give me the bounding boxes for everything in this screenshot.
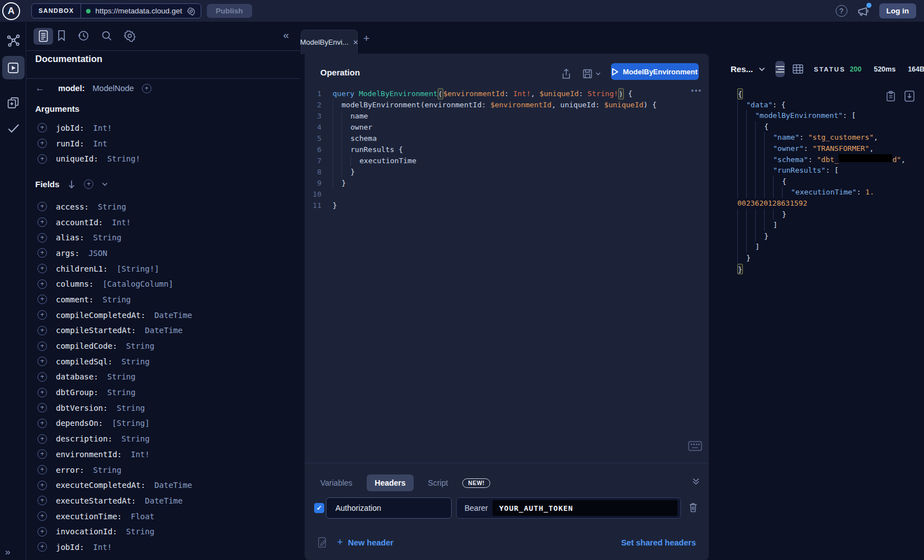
- add-field-icon[interactable]: +: [37, 264, 47, 273]
- add-field-icon[interactable]: +: [37, 403, 47, 412]
- collapse-docs-icon[interactable]: «: [283, 29, 289, 41]
- expand-rail-icon[interactable]: »: [5, 547, 9, 558]
- announcements-megaphone-icon[interactable]: [857, 5, 870, 17]
- field-type[interactable]: DateTime: [145, 496, 182, 505]
- back-arrow-icon[interactable]: ←: [35, 83, 45, 94]
- rail-item-collections[interactable]: [0, 96, 26, 110]
- docs-settings-gear-icon[interactable]: [124, 30, 136, 42]
- add-field-icon[interactable]: +: [37, 496, 47, 505]
- response-dropdown[interactable]: Res...: [731, 64, 753, 74]
- set-shared-headers-link[interactable]: Set shared headers: [621, 538, 696, 547]
- share-operation-icon[interactable]: [562, 69, 571, 79]
- help-icon[interactable]: ?: [836, 5, 847, 17]
- history-icon[interactable]: [77, 30, 89, 42]
- field-name[interactable]: description:: [56, 434, 112, 443]
- field-type[interactable]: String: [107, 372, 136, 381]
- field-name[interactable]: error:: [56, 466, 84, 474]
- field-name[interactable]: args:: [56, 249, 79, 258]
- field-type[interactable]: String: [117, 404, 145, 412]
- add-field-icon[interactable]: +: [37, 202, 47, 211]
- field-type[interactable]: String!: [107, 154, 140, 163]
- rail-item-checks[interactable]: [0, 121, 26, 135]
- field-type[interactable]: String: [121, 434, 150, 443]
- search-icon[interactable]: [101, 30, 113, 42]
- field-name[interactable]: environmentId:: [56, 450, 122, 459]
- field-type[interactable]: Float: [131, 512, 154, 521]
- field-name[interactable]: accountId:: [56, 218, 103, 227]
- add-field-icon[interactable]: +: [37, 388, 47, 397]
- tab-script[interactable]: Script: [428, 478, 448, 487]
- add-field-icon[interactable]: +: [37, 419, 47, 428]
- field-type[interactable]: String: [102, 295, 131, 304]
- add-field-icon[interactable]: +: [37, 248, 47, 258]
- field-name[interactable]: comment:: [56, 295, 93, 304]
- add-field-icon[interactable]: +: [37, 542, 47, 552]
- add-field-icon[interactable]: +: [37, 233, 47, 243]
- tab-variables[interactable]: Variables: [320, 478, 352, 487]
- field-type[interactable]: String: [126, 341, 155, 350]
- field-type[interactable]: DateTime: [154, 311, 192, 320]
- add-field-icon[interactable]: +: [37, 217, 47, 227]
- sort-fields-icon[interactable]: [68, 180, 75, 189]
- field-name[interactable]: childrenL1:: [56, 264, 108, 273]
- field-name[interactable]: compileCompletedAt:: [56, 311, 145, 320]
- response-dropdown-chevron-icon[interactable]: [759, 67, 765, 72]
- add-field-icon[interactable]: +: [37, 123, 47, 132]
- delete-header-trash-icon[interactable]: [688, 502, 698, 513]
- field-name[interactable]: dbtGroup:: [56, 388, 98, 397]
- publish-button[interactable]: Publish: [207, 4, 252, 18]
- field-name[interactable]: compileStartedAt:: [56, 326, 136, 335]
- field-name[interactable]: dbtVersion:: [56, 404, 108, 412]
- add-field-icon[interactable]: +: [37, 527, 47, 537]
- field-type[interactable]: [String]: [112, 419, 149, 428]
- save-operation-icon[interactable]: [582, 69, 593, 79]
- edit-headers-raw-icon[interactable]: [318, 537, 328, 548]
- field-type[interactable]: Int: [93, 139, 107, 148]
- formatted-view-toggle[interactable]: [775, 61, 785, 77]
- add-field-icon[interactable]: +: [37, 357, 47, 366]
- download-response-icon[interactable]: [904, 91, 914, 102]
- field-name[interactable]: runId:: [56, 139, 84, 148]
- add-field-icon[interactable]: +: [37, 139, 47, 148]
- new-header-button[interactable]: + New header: [337, 537, 394, 548]
- field-type[interactable]: Int!: [131, 450, 150, 459]
- breadcrumb-type[interactable]: ModelNode: [93, 84, 134, 93]
- field-name[interactable]: executionTime:: [56, 512, 122, 521]
- add-field-icon[interactable]: +: [37, 449, 47, 459]
- add-field-icon[interactable]: +: [37, 154, 47, 164]
- add-field-icon[interactable]: +: [37, 511, 47, 521]
- field-type[interactable]: String: [107, 388, 136, 397]
- add-field-icon[interactable]: +: [37, 326, 47, 335]
- add-field-icon[interactable]: +: [37, 279, 47, 289]
- field-name[interactable]: columns:: [56, 279, 93, 288]
- collapse-bottom-panel-icon[interactable]: [692, 477, 700, 485]
- field-name[interactable]: compiledSql:: [56, 357, 112, 366]
- field-type[interactable]: String: [126, 527, 155, 536]
- save-options-chevron-icon[interactable]: [595, 72, 601, 76]
- field-type[interactable]: DateTime: [145, 326, 182, 335]
- documentation-tab-icon[interactable]: [38, 30, 49, 42]
- field-name[interactable]: access:: [56, 202, 89, 211]
- add-field-icon[interactable]: +: [37, 341, 47, 351]
- login-button[interactable]: Log in: [879, 3, 917, 18]
- field-type[interactable]: String: [121, 357, 150, 366]
- field-name[interactable]: executeStartedAt:: [56, 496, 136, 505]
- field-type[interactable]: DateTime: [154, 481, 192, 490]
- field-name[interactable]: jobId:: [56, 543, 84, 552]
- field-type[interactable]: String: [98, 202, 126, 211]
- endpoint-settings-gear-icon[interactable]: [187, 7, 196, 16]
- field-type[interactable]: Int!: [93, 543, 112, 552]
- add-field-icon[interactable]: +: [37, 295, 47, 304]
- graphql-editor[interactable]: 1query ModelByEnvironment($environmentId…: [305, 88, 709, 211]
- header-name-input[interactable]: [326, 497, 452, 519]
- field-type[interactable]: String: [93, 233, 122, 242]
- field-type[interactable]: Int!: [93, 124, 112, 132]
- field-type[interactable]: [String!]: [117, 264, 159, 273]
- header-value-input[interactable]: Bearer YOUR_AUTH_TOKEN: [456, 497, 681, 519]
- endpoint-url-field[interactable]: https://metadata.cloud.get: [81, 7, 200, 16]
- add-field-icon[interactable]: +: [37, 372, 47, 382]
- endpoint-url-text[interactable]: https://metadata.cloud.get: [95, 7, 182, 15]
- add-field-icon[interactable]: +: [37, 310, 47, 320]
- add-type-icon[interactable]: +: [142, 84, 151, 93]
- add-field-icon[interactable]: +: [37, 434, 47, 444]
